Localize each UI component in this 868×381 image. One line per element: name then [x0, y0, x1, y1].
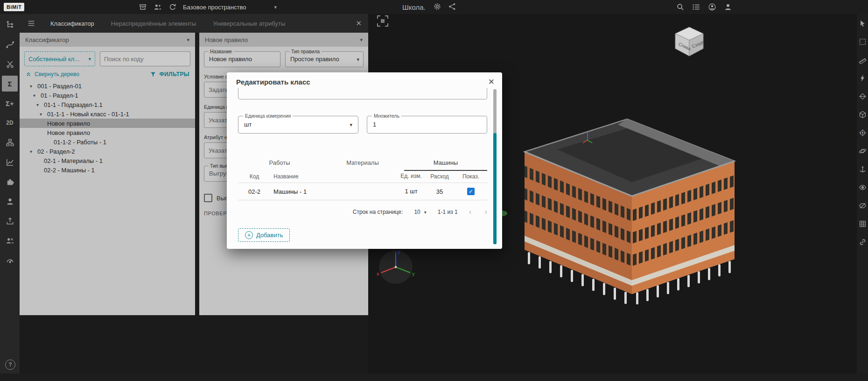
model-structure-icon[interactable] [2, 17, 18, 33]
focus-frame-icon[interactable] [377, 15, 389, 27]
rule-name-field[interactable]: Название Новое правило [204, 51, 280, 67]
description-field-partial[interactable] [238, 88, 487, 99]
tree-node[interactable]: ▾01 - Раздел-1 [20, 91, 195, 100]
scissors-icon[interactable] [2, 56, 18, 72]
expand-icon[interactable]: ▾ [33, 93, 41, 98]
tab-unassigned-elements[interactable]: Нераспределённые элементы [103, 14, 204, 33]
search-icon[interactable] [676, 2, 685, 12]
tree-node[interactable]: ▾001 - Раздел-01 [20, 81, 195, 91]
resources-table: Код Название Ед. изм. Расход Показ. 02-2… [238, 171, 487, 200]
tree-node[interactable]: 02-2 - Машины - 1 [20, 165, 195, 175]
axis-x-label: x [377, 271, 379, 276]
tab-classifier[interactable]: Классификатор [42, 14, 103, 33]
tree-node-rule[interactable]: Новое правило [20, 128, 195, 137]
dock-tab-bar: Классификатор Нераспределённые элементы … [20, 14, 368, 33]
axis-gizmo[interactable]: x y z [375, 247, 417, 287]
rows-per-page-label: Строк на странице: [353, 209, 403, 215]
list-icon[interactable] [692, 2, 701, 12]
tree-node[interactable]: 01-1-2 - Работы - 1 [20, 137, 195, 147]
plus-icon: + [245, 231, 253, 239]
tree-node[interactable]: ▾01-1 - Подраздел-1.1 [20, 100, 195, 109]
axes-icon[interactable] [859, 165, 867, 173]
prev-page-icon[interactable]: ‹ [469, 207, 472, 217]
pointer-icon[interactable] [859, 20, 867, 28]
app-logo[interactable]: BiMiT [4, 3, 24, 11]
eye-off-icon[interactable] [859, 202, 867, 210]
tab-universal-attributes[interactable]: Универсальные атрибуты [204, 14, 294, 33]
user-icon[interactable] [723, 2, 733, 12]
draw-icon[interactable] [2, 36, 18, 52]
chevron-down-icon: ▾ [424, 210, 427, 215]
sum-plus-icon[interactable]: Σ+ [2, 95, 18, 111]
show-checkbox[interactable]: ✓ [467, 188, 475, 195]
navigation-cube[interactable]: Слева Сзади [672, 23, 707, 59]
tab-works[interactable]: Работы [238, 156, 321, 171]
org-chart-icon[interactable] [2, 134, 18, 150]
collapse-tree-link[interactable]: Свернуть дерево [25, 71, 79, 78]
filter-icon [150, 71, 156, 78]
panel-menu-icon[interactable] [27, 19, 35, 28]
top-bar: BiMiT Базовое пространство ▾ Школа. [0, 0, 868, 14]
lightning-icon[interactable] [859, 74, 867, 82]
table-row[interactable]: 02-2 Машины - 1 1 шт 35 ✓ [238, 183, 487, 200]
tab-materials[interactable]: Материалы [321, 156, 404, 171]
orbit-icon[interactable] [859, 147, 867, 155]
expand-icon[interactable]: ▾ [36, 102, 44, 107]
rule-type-select[interactable]: Тип правила Простое правило ▾ [285, 51, 364, 67]
share-icon[interactable] [448, 2, 456, 11]
expand-icon[interactable]: ▾ [30, 84, 37, 89]
code-search-input[interactable] [100, 51, 190, 66]
collapse-icon [25, 71, 32, 78]
rows-per-page-select[interactable]: 10 ▾ [414, 209, 426, 215]
archive-icon[interactable] [138, 2, 147, 12]
sync-icon[interactable] [168, 2, 177, 12]
export-icon[interactable] [2, 213, 18, 229]
multiplier-field[interactable]: Множитель 1 [367, 116, 487, 134]
scrollbar-thumb[interactable] [493, 133, 497, 244]
close-icon[interactable]: ✕ [488, 77, 495, 87]
filters-button[interactable]: ФИЛЬТРЫ [150, 71, 189, 78]
section-plane-icon[interactable] [859, 92, 867, 100]
rule-panel-header[interactable]: Новое правило ▾ [199, 33, 368, 47]
classifier-source-select[interactable]: Собственный кл... ▾ [24, 51, 95, 66]
cube-icon[interactable] [859, 111, 867, 119]
building-model [487, 96, 749, 315]
account-circle-icon[interactable] [707, 2, 717, 12]
tree-node-rule-selected[interactable]: Новое правило [20, 119, 195, 128]
region-select-icon[interactable] [859, 38, 867, 46]
edit-class-modal: Редактировать класс ✕ Единица измерения … [227, 72, 502, 249]
gauge-icon[interactable] [2, 252, 18, 268]
grid-icon[interactable] [859, 220, 867, 228]
close-icon[interactable]: ✕ [356, 19, 362, 28]
help-icon[interactable]: ? [5, 360, 15, 370]
2d-view-icon[interactable]: 2D [2, 115, 18, 131]
next-page-icon[interactable]: › [484, 207, 487, 217]
link-icon[interactable] [859, 238, 867, 246]
tree-node[interactable]: ▾02 - Раздел-2 [20, 147, 195, 156]
table-header-row: Код Название Ед. изм. Расход Показ. [238, 171, 487, 183]
expand-icon[interactable]: ▾ [30, 149, 37, 154]
resource-tabs: Работы Материалы Машины [238, 156, 487, 171]
expand-icon[interactable]: ▾ [40, 112, 47, 117]
measure-icon[interactable] [859, 56, 867, 64]
plugin-icon[interactable] [2, 174, 18, 190]
unit-select[interactable]: Единица измерения шт ▾ [238, 116, 358, 134]
settings-icon[interactable] [433, 2, 441, 11]
add-resource-button[interactable]: + Добавить [238, 228, 290, 242]
sum-icon[interactable]: Σ [2, 76, 18, 92]
person-icon[interactable] [2, 193, 18, 209]
tab-machines[interactable]: Машины [404, 156, 487, 171]
chevron-down-icon: ▾ [360, 37, 363, 43]
bimit-app: BiMiT Базовое пространство ▾ Школа. Σ Σ+… [0, 0, 868, 381]
classifier-panel-header[interactable]: Классификатор ▾ [20, 33, 195, 47]
target-icon[interactable] [859, 129, 867, 137]
export-checkbox[interactable] [204, 194, 212, 202]
chart-icon[interactable] [2, 154, 18, 170]
team-icon[interactable] [153, 2, 162, 12]
people-icon[interactable] [2, 233, 18, 248]
tree-node[interactable]: ▾01-1-1 - Новый класс - 01-1-1 [20, 109, 195, 119]
tree-node[interactable]: 02-1 - Материалы - 1 [20, 156, 195, 165]
modal-scrollbar[interactable] [493, 89, 497, 244]
eye-icon[interactable] [859, 183, 867, 191]
workspace-selector[interactable]: Базовое пространство ▾ [183, 0, 277, 14]
